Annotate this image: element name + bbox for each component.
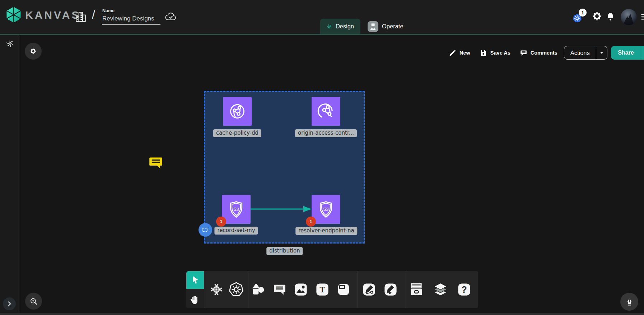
app: KANVAS / Name Design Operate 1 [0, 0, 644, 315]
actions-dropdown-button[interactable]: Actions [564, 46, 608, 60]
pen-nib-icon [625, 297, 634, 307]
save-as-button[interactable]: Save As [480, 49, 510, 57]
sidebar-expand-button[interactable] [3, 297, 16, 310]
chevron-right-icon [5, 300, 13, 308]
save-as-button-label: Save As [490, 50, 510, 56]
top-bar: KANVAS / Name Design Operate 1 [0, 0, 644, 35]
cursor-icon [190, 275, 200, 285]
comments-button[interactable]: Comments [520, 49, 557, 57]
node-record-set[interactable]: 53 [222, 195, 251, 224]
pen-mode-button[interactable] [620, 293, 638, 311]
group-label-distribution[interactable]: distribution [266, 247, 303, 255]
breadcrumb-separator: / [92, 8, 95, 22]
annotation-tool-group [248, 271, 358, 308]
cloudfront-cache-policy-icon [228, 102, 247, 121]
selection-group-handle[interactable] [199, 223, 212, 237]
node-label-origin-access[interactable]: origin-access-contr... [295, 129, 357, 137]
flower-icon [29, 47, 38, 56]
layers-tool[interactable] [432, 281, 449, 298]
user-avatar[interactable] [621, 9, 637, 25]
zoom-in-icon [29, 297, 38, 306]
svg-text:53: 53 [233, 207, 239, 212]
canvas-assistant-button[interactable] [25, 43, 42, 60]
floppy-icon [480, 49, 487, 57]
kubernetes-notification-button[interactable]: 1 [572, 9, 589, 25]
left-sidebar [0, 35, 20, 315]
avatar-image [621, 9, 637, 25]
pan-tool[interactable] [190, 295, 201, 305]
actions-button-label[interactable]: Actions [564, 46, 596, 59]
name-field-label: Name [102, 8, 160, 13]
node-label-resolver-endpoint[interactable]: resolver-endpoint-na [295, 227, 357, 235]
cloud-saved-icon [164, 11, 177, 22]
comments-button-label: Comments [531, 50, 557, 56]
cloudfront-origin-access-icon [316, 102, 336, 121]
text-tool[interactable] [315, 282, 330, 297]
comment-icon [520, 49, 527, 57]
caret-down-icon [598, 50, 605, 56]
tab-design-label: Design [336, 23, 354, 30]
hamburger-menu-icon[interactable] [640, 12, 644, 22]
organization-icon[interactable] [74, 10, 87, 23]
connection-arrow[interactable] [250, 205, 312, 213]
bottom-edge-strip [0, 313, 644, 315]
design-spiral-icon [327, 23, 332, 31]
infrastructure-tool-group [204, 271, 248, 308]
image-tool[interactable] [293, 282, 308, 297]
tab-design[interactable]: Design [320, 19, 360, 34]
tab-operate[interactable]: Operate [361, 19, 410, 34]
actions-caret-button[interactable] [596, 46, 607, 59]
node-label-record-set[interactable]: record-set-my [214, 227, 258, 235]
design-name-input[interactable] [102, 14, 160, 25]
design-name-field: Name [102, 8, 160, 25]
shapes-tool[interactable] [251, 282, 266, 297]
node-resolver-endpoint[interactable]: 53 [312, 195, 340, 224]
drawing-tool-group [358, 271, 406, 308]
zoom-in-button[interactable] [25, 293, 42, 310]
record-set-error-badge: 1 [216, 217, 226, 227]
new-button[interactable]: New [449, 49, 470, 57]
archive-tool[interactable] [409, 282, 424, 297]
kanvas-logo-icon [5, 6, 22, 23]
settings-gear-icon[interactable] [592, 11, 602, 21]
node-cache-policy[interactable] [223, 97, 252, 126]
route53-resolver-icon: 53 [316, 200, 336, 219]
node-origin-access-control[interactable] [312, 97, 340, 126]
resolver-error-badge: 1 [306, 217, 316, 227]
help-tool[interactable] [457, 282, 472, 297]
kubernetes-tool[interactable] [228, 282, 244, 297]
canvas-toolbar [186, 271, 478, 308]
node-label-cache-policy[interactable]: cache-policy-dd [213, 129, 261, 137]
kanvas-logo-text: KANVAS [25, 9, 80, 21]
select-tool[interactable] [186, 271, 204, 289]
architecture-tool[interactable] [209, 282, 224, 297]
utility-tool-group [406, 271, 478, 308]
operate-person-icon [368, 21, 378, 32]
pointer-tools-column [186, 271, 204, 308]
canvas-comment-marker[interactable] [148, 155, 164, 171]
kubernetes-notification-badge: 1 [579, 9, 587, 17]
dashed-rect-icon [201, 226, 210, 234]
share-button[interactable]: Share [611, 46, 644, 60]
new-button-label: New [459, 50, 470, 56]
sketch-tool[interactable] [383, 282, 398, 297]
pencil-icon [449, 49, 456, 57]
tab-operate-label: Operate [382, 23, 403, 30]
copy-share-link-button[interactable] [641, 46, 644, 60]
sidebar-spiral-icon[interactable] [6, 40, 14, 47]
notifications-bell-icon[interactable] [606, 12, 615, 22]
share-button-label[interactable]: Share [611, 46, 640, 60]
route53-record-set-icon: 53 [227, 200, 246, 219]
comment-tool[interactable] [272, 282, 287, 297]
pen-path-tool[interactable] [361, 282, 377, 297]
canvas-action-bar: New Save As Comments Actions Share [449, 46, 644, 60]
svg-text:53: 53 [323, 207, 328, 212]
card-tool[interactable] [336, 282, 351, 297]
